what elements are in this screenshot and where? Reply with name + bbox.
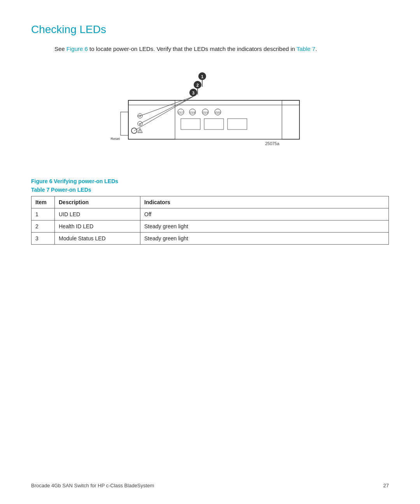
svg-text:O20: O20 — [215, 111, 220, 114]
power-on-leds-table: Item Description Indicators 1UID LEDOff2… — [31, 196, 389, 245]
diagram-container: Reset O17 O18 O19 O20 B 1 — [31, 65, 389, 159]
cell-item: 1 — [32, 208, 55, 220]
svg-text:2: 2 — [196, 83, 199, 88]
page-footer: Brocade 4Gb SAN Switch for HP c-Class Bl… — [0, 483, 420, 488]
cell-description: Health ID LED — [55, 220, 140, 233]
svg-text:Reset: Reset — [110, 137, 120, 141]
svg-line-36 — [140, 96, 193, 116]
table-row: 1UID LEDOff — [32, 208, 389, 220]
table-caption: Table 7 Power-on LEDs — [31, 187, 389, 193]
intro-text-after: . — [315, 46, 317, 52]
footer-content: Brocade 4Gb SAN Switch for HP c-Class Bl… — [31, 483, 389, 488]
svg-text:O19: O19 — [203, 111, 208, 114]
svg-text:1: 1 — [201, 74, 203, 79]
svg-rect-1 — [128, 100, 299, 105]
figure-link[interactable]: Figure 6 — [66, 46, 88, 52]
intro-text-before: See — [54, 46, 66, 52]
cell-indicators: Steady green light — [140, 233, 389, 245]
cell-description: UID LED — [55, 208, 140, 220]
svg-text:O18: O18 — [190, 111, 195, 114]
svg-point-27 — [140, 132, 140, 133]
page-title: Checking LEDs — [31, 23, 389, 36]
intro-text-middle: to locate power-on LEDs. Verify that the… — [88, 46, 297, 52]
cell-indicators: Steady green light — [140, 220, 389, 233]
table-row: 2Health ID LEDSteady green light — [32, 220, 389, 233]
svg-rect-16 — [228, 119, 247, 130]
svg-text:25075a: 25075a — [265, 141, 280, 146]
page-number: 27 — [383, 483, 389, 488]
cell-description: Module Status LED — [55, 233, 140, 245]
table-link[interactable]: Table 7 — [297, 46, 315, 52]
table-header-row: Item Description Indicators — [32, 196, 389, 208]
intro-paragraph: See Figure 6 to locate power-on LEDs. Ve… — [54, 44, 389, 54]
cell-item: 3 — [32, 233, 55, 245]
svg-text:3: 3 — [192, 91, 194, 95]
col-header-indicators: Indicators — [140, 196, 389, 208]
svg-rect-0 — [128, 100, 299, 139]
figure-caption: Figure 6 Verifying power-on LEDs — [31, 178, 389, 184]
svg-text:O17: O17 — [178, 111, 183, 114]
col-header-item: Item — [32, 196, 55, 208]
svg-line-38 — [134, 96, 193, 131]
col-header-description: Description — [55, 196, 140, 208]
svg-text:B: B — [139, 122, 141, 126]
svg-rect-4 — [121, 112, 128, 135]
cell-indicators: Off — [140, 208, 389, 220]
footer-product: Brocade 4Gb SAN Switch for HP c-Class Bl… — [31, 483, 154, 488]
svg-rect-15 — [204, 119, 224, 130]
cell-item: 2 — [32, 220, 55, 233]
table-row: 3Module Status LEDSteady green light — [32, 233, 389, 245]
svg-rect-2 — [282, 100, 299, 139]
device-diagram: Reset O17 O18 O19 O20 B 1 — [105, 65, 315, 159]
svg-rect-14 — [181, 119, 200, 130]
